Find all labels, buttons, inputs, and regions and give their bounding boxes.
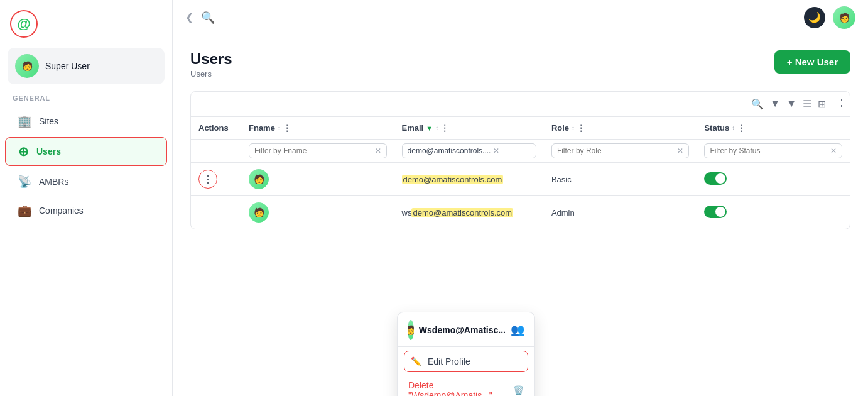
status-menu-icon[interactable]: ⋮ <box>737 124 745 133</box>
ambrs-icon: 📡 <box>18 175 31 189</box>
row2-role: Admin <box>551 208 575 217</box>
sidebar-item-ambrs[interactable]: 📡 AMBRs <box>5 168 167 195</box>
columns-icon[interactable]: ☰ <box>803 98 811 110</box>
filter-row: ✕ demo@amatiscontrols.... ✕ <box>191 140 850 163</box>
page-title: Users <box>190 50 232 68</box>
row1-avatar-face: 🧑 <box>249 169 269 189</box>
context-username: Wsdemo@Amatisc... <box>419 325 506 335</box>
breadcrumb: Users <box>190 69 232 79</box>
email-sort-icon[interactable]: ↕ <box>435 124 438 131</box>
fullscreen-icon[interactable]: ⛶ <box>832 98 842 110</box>
filter-status-clear[interactable]: ✕ <box>830 146 837 155</box>
new-user-button[interactable]: + New User <box>774 50 850 74</box>
row1-actions-button[interactable]: ⋮ <box>198 170 217 189</box>
dark-mode-button[interactable]: 🌙 <box>804 7 825 28</box>
fname-sort-icon[interactable]: ↕ <box>278 124 281 131</box>
row1-role-cell: Basic <box>544 163 697 196</box>
table-row: 🧑 wsdemo@amatiscontrols.com Admin <box>191 196 850 229</box>
search-icon[interactable]: 🔍 <box>201 11 215 25</box>
sites-icon: 🏢 <box>18 114 31 128</box>
sidebar-item-users-label: Users <box>36 146 61 157</box>
filter-status-wrap: ✕ <box>704 143 842 158</box>
status-sort-icon[interactable]: ↕ <box>732 124 735 131</box>
row1-email: demo@amatiscontrols.com <box>402 175 504 184</box>
row2-status-toggle[interactable] <box>704 206 727 218</box>
email-filter-active-icon: ▼ <box>426 124 433 132</box>
users-table: Actions Fname ↕ ⋮ Email <box>191 117 850 229</box>
page-header: Users Users + New User <box>190 50 850 79</box>
edit-profile-menu-item[interactable]: ✏️ Edit Profile <box>404 351 528 372</box>
sidebar-item-users[interactable]: ⊕ Users <box>5 137 167 166</box>
delete-menu-item[interactable]: Delete "Wsdemo@Amatis..." 🗑️ <box>398 375 534 396</box>
role-sort-icon[interactable]: ↕ <box>572 124 575 131</box>
page-content: Users Users + New User 🔍 ▼ ▼ ☰ ⊞ ⛶ <box>173 35 868 396</box>
row2-role-cell: Admin <box>544 196 697 229</box>
row1-role: Basic <box>551 175 572 184</box>
companies-icon: 💼 <box>18 204 31 217</box>
row1-status-cell <box>697 163 850 196</box>
row2-avatar: 🧑 <box>249 202 269 223</box>
row2-avatar-face: 🧑 <box>249 202 269 223</box>
row2-email-prefix: ws <box>402 208 412 217</box>
user-avatar: 🧑 <box>15 54 39 78</box>
sidebar-item-sites[interactable]: 🏢 Sites <box>5 108 167 135</box>
filter-fname-cell: ✕ <box>241 140 394 163</box>
collapse-sidebar-button[interactable]: ❮ <box>185 11 193 23</box>
context-avatar-face: 🧑 <box>408 320 414 340</box>
filter-status-cell: ✕ <box>697 140 850 163</box>
top-avatar[interactable]: 🧑 <box>833 6 855 29</box>
logo-area: @ <box>0 10 172 48</box>
topbar-left: ❮ 🔍 <box>185 11 215 25</box>
filter-fname-clear[interactable]: ✕ <box>375 146 381 155</box>
edit-profile-label: Edit Profile <box>428 356 470 366</box>
section-general-label: GENERAL <box>0 94 172 107</box>
row1-email-cell: demo@amatiscontrols.com <box>394 163 544 196</box>
filter-email-wrap: demo@amatiscontrols.... ✕ <box>402 143 536 158</box>
col-actions: Actions <box>191 117 241 140</box>
filter-actions-cell <box>191 140 241 163</box>
context-user-avatar: 🧑 <box>408 320 414 340</box>
col-role: Role ↕ ⋮ <box>544 117 697 140</box>
context-users-icon: 👥 <box>511 323 524 337</box>
sidebar-item-companies[interactable]: 💼 Companies <box>5 197 167 224</box>
search-table-icon[interactable]: 🔍 <box>751 98 764 110</box>
grid-view-icon[interactable]: ⊞ <box>818 98 826 110</box>
avatar-face: 🧑 <box>15 54 39 78</box>
table-row: ⋮ 🧑 demo@amatiscontrols.com Basic <box>191 163 850 196</box>
filter-role-cell: ✕ <box>544 140 697 163</box>
filter-fname-input[interactable] <box>254 146 372 155</box>
delete-icon: 🗑️ <box>513 385 524 395</box>
delete-label: Delete "Wsdemo@Amatis..." <box>408 380 504 396</box>
filter-email-value: demo@amatiscontrols.... <box>408 146 491 155</box>
users-table-container: 🔍 ▼ ▼ ☰ ⊞ ⛶ Actions <box>190 91 850 229</box>
context-menu: 🧑 Wsdemo@Amatisc... 👥 ✏️ Edit Profile De… <box>397 312 535 396</box>
sidebar: @ 🧑 Super User GENERAL 🏢 Sites ⊕ Users 📡… <box>0 0 173 396</box>
row1-avatar: 🧑 <box>249 169 269 189</box>
row1-status-toggle[interactable] <box>704 172 727 185</box>
row1-actions-cell: ⋮ <box>191 163 241 196</box>
row2-email-highlighted: demo@amatiscontrols.com <box>411 208 513 217</box>
col-email: Email ▼ ↕ ⋮ <box>394 117 544 140</box>
filter-icon[interactable]: ▼ <box>770 98 780 110</box>
filter-role-clear[interactable]: ✕ <box>677 146 683 155</box>
user-name: Super User <box>45 61 90 71</box>
sidebar-item-ambrs-label: AMBRs <box>39 177 68 187</box>
col-status: Status ↕ ⋮ <box>697 117 850 140</box>
filter-role-input[interactable] <box>557 146 675 155</box>
row1-fname-cell: 🧑 <box>241 163 394 196</box>
sidebar-item-companies-label: Companies <box>39 206 84 216</box>
users-icon: ⊕ <box>18 144 29 159</box>
row2-actions-cell <box>191 196 241 229</box>
filter-clear-icon[interactable]: ▼ <box>786 98 796 110</box>
role-menu-icon[interactable]: ⋮ <box>577 124 585 133</box>
row2-status-cell <box>697 196 850 229</box>
row2-email-cell: wsdemo@amatiscontrols.com <box>394 196 544 229</box>
table-header-row: Actions Fname ↕ ⋮ Email <box>191 117 850 140</box>
filter-status-input[interactable] <box>710 146 828 155</box>
filter-email-clear[interactable]: ✕ <box>493 146 499 155</box>
fname-menu-icon[interactable]: ⋮ <box>283 124 291 133</box>
filter-role-wrap: ✕ <box>551 143 690 158</box>
app-logo[interactable]: @ <box>10 10 38 38</box>
email-menu-icon[interactable]: ⋮ <box>441 124 448 133</box>
user-card[interactable]: 🧑 Super User <box>8 48 165 84</box>
